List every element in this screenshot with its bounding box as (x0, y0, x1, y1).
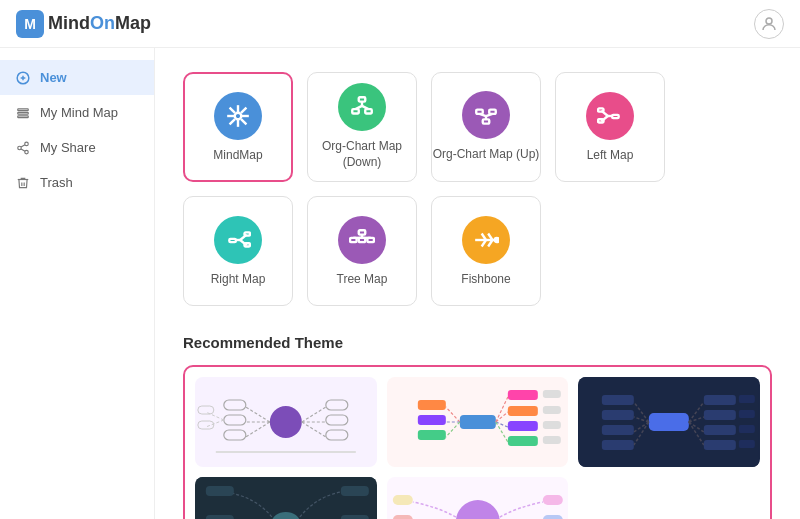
my-mind-map-icon (16, 106, 30, 120)
theme-card-dark[interactable] (578, 377, 760, 467)
svg-rect-44 (245, 243, 250, 246)
sidebar-my-share-label: My Share (40, 140, 96, 155)
svg-rect-5 (18, 112, 29, 114)
svg-line-91 (445, 422, 459, 437)
theme-preview-1 (195, 377, 377, 467)
map-card-org-up[interactable]: Org-Chart Map (Up) (431, 72, 541, 182)
svg-rect-27 (476, 110, 483, 114)
svg-rect-96 (649, 413, 689, 431)
sidebar-item-new[interactable]: New (0, 60, 154, 95)
mindmap-label: MindMap (213, 148, 262, 162)
org-up-icon (462, 91, 510, 139)
svg-point-7 (25, 142, 29, 146)
theme-card-light-purple[interactable] (195, 377, 377, 467)
svg-line-71 (302, 422, 326, 437)
svg-point-9 (25, 150, 29, 154)
map-card-org-down[interactable]: Org-Chart Map (Down) (307, 72, 417, 182)
theme-preview-4 (195, 477, 377, 519)
user-avatar[interactable] (754, 9, 784, 39)
org-down-icon (338, 83, 386, 131)
svg-rect-84 (507, 436, 537, 446)
svg-line-11 (21, 144, 25, 146)
svg-rect-102 (704, 410, 736, 420)
theme-card-dark-teal[interactable] (195, 477, 377, 519)
svg-point-8 (18, 146, 22, 150)
svg-rect-108 (739, 440, 755, 448)
svg-point-12 (235, 113, 242, 120)
app-header: M MindOnMap (0, 0, 800, 48)
logo-icon: M (16, 10, 44, 38)
org-down-label: Org-Chart Map (Down) (308, 139, 416, 170)
theme-card-colorful[interactable] (387, 377, 569, 467)
svg-rect-120 (206, 515, 234, 519)
theme-card-pastel[interactable] (387, 477, 569, 519)
svg-rect-119 (206, 486, 234, 496)
svg-line-69 (302, 407, 326, 422)
svg-line-17 (230, 108, 235, 113)
svg-rect-107 (739, 425, 755, 433)
svg-rect-114 (602, 410, 634, 420)
sidebar-item-my-mind-map[interactable]: My Mind Map (0, 95, 154, 130)
svg-rect-83 (507, 421, 537, 431)
svg-line-20 (230, 119, 235, 124)
svg-line-31 (480, 114, 487, 116)
tree-map-label: Tree Map (337, 272, 388, 286)
svg-line-25 (356, 106, 363, 109)
svg-rect-76 (459, 415, 495, 429)
logo: M MindOnMap (16, 10, 151, 38)
svg-rect-33 (612, 115, 619, 118)
svg-rect-126 (542, 495, 562, 505)
svg-rect-86 (542, 406, 560, 414)
theme-grid (183, 365, 772, 519)
svg-rect-113 (602, 395, 634, 405)
svg-rect-22 (352, 110, 359, 114)
org-up-label: Org-Chart Map (Up) (433, 147, 540, 163)
svg-rect-92 (417, 400, 445, 410)
tree-map-icon (338, 216, 386, 264)
svg-point-57 (495, 238, 499, 242)
recommended-theme-title: Recommended Theme (183, 334, 772, 351)
mindmap-icon (214, 92, 262, 140)
svg-rect-93 (417, 415, 445, 425)
svg-line-61 (246, 422, 270, 437)
svg-rect-63 (224, 415, 246, 425)
svg-rect-103 (704, 425, 736, 435)
svg-line-18 (241, 119, 246, 124)
map-card-tree-map[interactable]: Tree Map (307, 196, 417, 306)
svg-line-32 (486, 114, 493, 116)
sidebar-item-trash[interactable]: Trash (0, 165, 154, 200)
svg-rect-67 (198, 406, 214, 414)
svg-line-89 (445, 407, 459, 422)
svg-rect-74 (326, 430, 348, 440)
logo-text: MindOnMap (48, 13, 151, 34)
svg-line-77 (495, 397, 507, 422)
svg-rect-73 (326, 415, 348, 425)
map-card-left-map[interactable]: Left Map (555, 72, 665, 182)
map-type-grid: MindMap Org-Chart Map (Down) Org-Chart M… (183, 72, 772, 306)
left-map-icon (586, 92, 634, 140)
svg-rect-129 (392, 495, 412, 505)
theme-preview-3 (578, 377, 760, 467)
sidebar-item-my-share[interactable]: My Share (0, 130, 154, 165)
svg-line-19 (241, 108, 246, 113)
fishbone-label: Fishbone (461, 272, 510, 286)
sidebar-trash-label: Trash (40, 175, 73, 190)
map-card-mindmap[interactable]: MindMap (183, 72, 293, 182)
map-card-right-map[interactable]: Right Map (183, 196, 293, 306)
svg-rect-62 (224, 400, 246, 410)
svg-point-58 (270, 406, 302, 438)
svg-rect-88 (542, 436, 560, 444)
svg-rect-122 (341, 486, 369, 496)
svg-rect-37 (598, 108, 603, 111)
map-card-fishbone[interactable]: Fishbone (431, 196, 541, 306)
svg-line-59 (246, 407, 270, 422)
svg-rect-72 (326, 400, 348, 410)
svg-rect-85 (542, 390, 560, 398)
my-share-icon (16, 141, 30, 155)
new-icon (16, 71, 30, 85)
trash-icon (16, 176, 30, 190)
svg-rect-94 (417, 430, 445, 440)
svg-rect-105 (739, 395, 755, 403)
svg-line-79 (495, 422, 507, 427)
svg-rect-6 (18, 115, 29, 117)
